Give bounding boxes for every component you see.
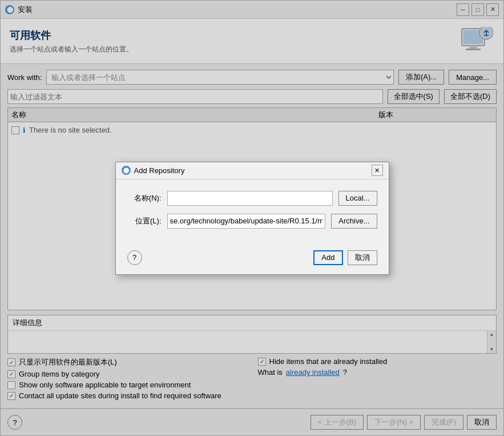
name-input[interactable] (167, 191, 333, 206)
dialog-add-button[interactable]: Add (313, 250, 342, 265)
location-input[interactable] (167, 214, 326, 229)
dialog-close-button[interactable]: ✕ (372, 165, 383, 176)
dialog-title: Add Repository (134, 166, 372, 175)
local-button[interactable]: Local... (338, 191, 377, 206)
dialog-title-bar: ⬤ Add Repository ✕ (116, 162, 389, 179)
name-row: 名称(N): Local... (127, 191, 377, 206)
dialog-icon: ⬤ (122, 166, 131, 175)
location-label: 位置(L): (127, 216, 162, 226)
archive-button[interactable]: Archive... (331, 214, 377, 229)
dialog-cancel-button[interactable]: 取消 (348, 250, 377, 265)
modal-overlay: ⬤ Add Repository ✕ 名称(N): Local... 位置(L)… (1, 1, 503, 435)
location-row: 位置(L): Archive... (127, 214, 377, 229)
main-window: ⬤ 安装 ─ □ ✕ 可用软件 选择一个站点或者输入一个站点的位置。 (0, 0, 504, 436)
name-label: 名称(N): (127, 193, 162, 203)
dialog-help-button[interactable]: ? (127, 250, 142, 265)
dialog-footer: ? Add 取消 (116, 246, 389, 274)
dialog-body: 名称(N): Local... 位置(L): Archive... (116, 179, 389, 246)
dialog-footer-buttons: Add 取消 (313, 250, 377, 265)
add-repository-dialog: ⬤ Add Repository ✕ 名称(N): Local... 位置(L)… (115, 162, 389, 275)
